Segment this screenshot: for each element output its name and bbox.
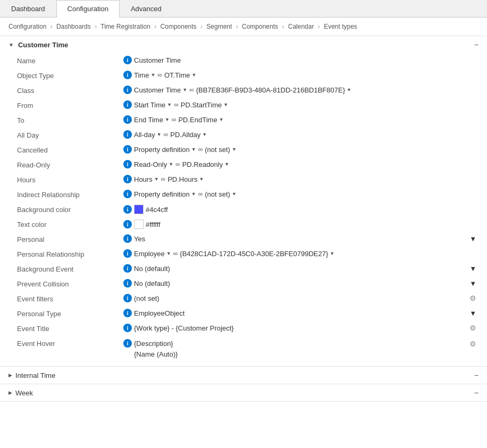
info-icon-all-day[interactable]: i	[123, 130, 132, 139]
value-hours: i Hours ▼ ∞ PD.Hours ▼	[123, 175, 478, 183]
dropdown-start-time[interactable]: Start Time ▼	[134, 101, 172, 109]
value-class: i Customer Time ▼ ∞ {BB7EB36F-B9D3-480A-…	[123, 86, 478, 94]
info-icon-from[interactable]: i	[123, 100, 132, 109]
collapse-icon[interactable]: −	[474, 40, 478, 49]
prop-row-all-day: All Day i All-day ▼ ∞ PD.Allday ▼	[17, 128, 478, 142]
info-icon-bg-color[interactable]: i	[123, 205, 132, 214]
properties-grid: Name i Customer Time Object Type i Time …	[0, 53, 487, 366]
collapse-icon-internal[interactable]: −	[474, 371, 478, 379]
prevent-collision-value: No (default)	[134, 280, 170, 288]
dropdown-read-only[interactable]: Read-Only ▼	[134, 160, 173, 168]
tab-advanced[interactable]: Advanced	[120, 0, 173, 17]
personal-dropdown-arrow[interactable]: ▼	[469, 235, 476, 243]
personal-type-value: EmployeeObject	[134, 309, 184, 317]
tab-dashboard[interactable]: Dashboard	[0, 0, 56, 17]
personal-type-dropdown-arrow[interactable]: ▼	[469, 309, 476, 317]
section-label-internal-time: Internal Time	[15, 371, 55, 379]
dropdown-property-def-cancelled[interactable]: Property definition ▼	[134, 146, 196, 154]
dropdown-indirect-notset[interactable]: (not set) ▼	[205, 190, 237, 198]
prop-row-object-type: Object Type i Time ▼ ∞ OT.Time ▼	[17, 68, 478, 83]
info-icon-object-type[interactable]: i	[123, 71, 132, 79]
info-icon-personal-rel[interactable]: i	[123, 249, 132, 258]
info-icon-class[interactable]: i	[123, 86, 132, 94]
info-icon-read-only[interactable]: i	[123, 160, 132, 168]
label-bg-color: Background color	[17, 205, 123, 214]
dropdown-pd-readonly[interactable]: PD.Readonly ▼	[182, 160, 230, 168]
prop-row-prevent-collision: Prevent Collision i No (default) ▼	[17, 276, 478, 291]
label-hours: Hours	[17, 175, 123, 184]
dropdown-property-def-indirect[interactable]: Property definition ▼	[134, 190, 196, 198]
prop-row-read-only: Read-Only i Read-Only ▼ ∞ PD.Readonly ▼	[17, 157, 478, 172]
info-icon-text-color[interactable]: i	[123, 220, 132, 229]
dropdown-customer-time[interactable]: Customer Time ▼	[134, 86, 187, 94]
bg-event-dropdown-arrow[interactable]: ▼	[469, 265, 476, 273]
prop-row-personal-rel: Personal Relationship i Employee ▼ ∞ {B4…	[17, 247, 478, 261]
bg-color-swatch[interactable]	[134, 205, 144, 214]
triangle-right-icon-week: ▶	[9, 390, 12, 395]
info-icon-prevent-collision[interactable]: i	[123, 279, 132, 288]
info-icon-hours[interactable]: i	[123, 175, 132, 183]
dropdown-personal-rel-guid[interactable]: {B428C1AD-172D-45C0-A30E-2BFE0799DE27} ▼	[180, 250, 334, 258]
label-prevent-collision: Prevent Collision	[17, 279, 123, 288]
link-icon-read-only: ∞	[175, 160, 180, 168]
info-icon-bg-event[interactable]: i	[123, 264, 132, 273]
section-header-customer-time[interactable]: ▼ Customer Time −	[0, 36, 487, 53]
app-container: Dashboard Configuration Advanced Configu…	[0, 0, 487, 402]
dropdown-pd-endtime[interactable]: PD.EndTime ▼	[178, 116, 223, 124]
collapse-icon-week[interactable]: −	[474, 388, 478, 397]
dropdown-class-guid[interactable]: {BB7EB36F-B9D3-480A-81DD-216BD1BF807E} ▼	[196, 86, 351, 94]
link-icon-class: ∞	[189, 86, 194, 94]
info-icon-name[interactable]: i	[123, 56, 132, 64]
dropdown-time[interactable]: Time ▼	[134, 71, 155, 79]
link-icon-from: ∞	[174, 101, 179, 108]
triangle-down-icon: ▼	[9, 42, 14, 48]
dropdown-employee[interactable]: Employee ▼	[134, 250, 171, 258]
label-personal-rel: Personal Relationship	[17, 249, 123, 258]
prevent-collision-dropdown-arrow[interactable]: ▼	[469, 280, 476, 288]
info-icon-personal-type[interactable]: i	[123, 309, 132, 317]
label-personal: Personal	[17, 234, 123, 243]
event-hover-gear-icon[interactable]: ⚙	[469, 340, 476, 348]
name-value: Customer Time	[134, 56, 181, 64]
prop-row-indirect-rel: Indirect Relationship i Property definit…	[17, 187, 478, 202]
dropdown-all-day[interactable]: All-day ▼	[134, 131, 162, 139]
dropdown-pd-hours[interactable]: PD.Hours ▼	[167, 175, 204, 183]
info-icon-personal[interactable]: i	[123, 234, 132, 243]
tab-configuration[interactable]: Configuration	[56, 0, 120, 18]
value-cancelled: i Property definition ▼ ∞ (not set) ▼	[123, 145, 478, 154]
label-read-only: Read-Only	[17, 160, 123, 169]
text-color-swatch[interactable]	[134, 219, 144, 229]
info-icon-to[interactable]: i	[123, 115, 132, 124]
prop-row-text-color: Text color i #ffffff	[17, 217, 478, 232]
info-icon-indirect-rel[interactable]: i	[123, 190, 132, 198]
dropdown-pd-allday[interactable]: PD.Allday ▼	[170, 131, 207, 139]
event-title-gear-icon[interactable]: ⚙	[469, 324, 476, 332]
label-all-day: All Day	[17, 130, 123, 139]
dropdown-ot-time[interactable]: OT.Time ▼	[164, 71, 197, 79]
prop-row-cancelled: Cancelled i Property definition ▼ ∞ (not…	[17, 142, 478, 157]
value-event-filters: i (not set) ⚙	[123, 294, 478, 302]
value-personal-rel: i Employee ▼ ∞ {B428C1AD-172D-45C0-A30E-…	[123, 249, 478, 258]
dropdown-cancelled-notset[interactable]: (not set) ▼	[205, 146, 237, 154]
link-icon-hours: ∞	[161, 175, 166, 183]
info-icon-cancelled[interactable]: i	[123, 145, 132, 154]
info-icon-event-title[interactable]: i	[123, 324, 132, 332]
dropdown-end-time[interactable]: End Time ▼	[134, 116, 170, 124]
label-cancelled: Cancelled	[17, 145, 123, 154]
section-internal-time[interactable]: ▶ Internal Time −	[0, 367, 487, 384]
dropdown-pd-starttime[interactable]: PD.StartTime ▼	[181, 101, 228, 109]
prop-row-name: Name i Customer Time	[17, 53, 478, 68]
label-personal-type: Personal Type	[17, 309, 123, 318]
section-customer-time: ▼ Customer Time − Name i Customer Time O…	[0, 36, 487, 367]
value-personal: i Yes ▼	[123, 234, 478, 243]
breadcrumb-item: Configuration	[9, 23, 46, 30]
value-read-only: i Read-Only ▼ ∞ PD.Readonly ▼	[123, 160, 478, 168]
bg-event-value: No (default)	[134, 265, 170, 273]
dropdown-hours[interactable]: Hours ▼	[134, 175, 159, 183]
event-filters-gear-icon[interactable]: ⚙	[469, 294, 476, 302]
label-event-title: Event Title	[17, 324, 123, 333]
info-icon-event-hover[interactable]: i	[123, 339, 132, 348]
section-week[interactable]: ▶ Week −	[0, 384, 487, 402]
info-icon-event-filters[interactable]: i	[123, 294, 132, 302]
link-icon-cancelled: ∞	[198, 146, 203, 153]
